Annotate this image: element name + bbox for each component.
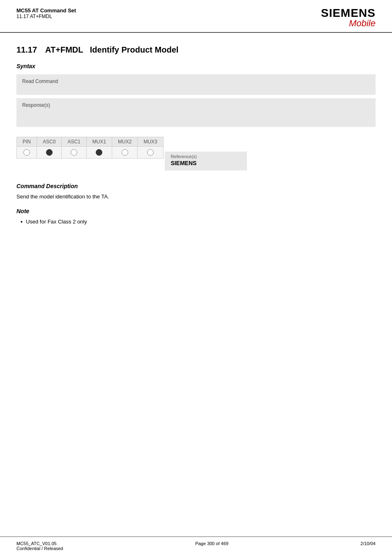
circle-filled-asc0 — [46, 149, 53, 156]
footer-left: MC55_ATC_V01.05 Confidential / Released — [16, 541, 63, 551]
note-item: Used for Fax Class 2 only — [21, 219, 376, 225]
read-command-box: Read Command — [16, 74, 376, 95]
response-box: Response(s) — [16, 98, 376, 127]
cell-asc1 — [62, 147, 86, 159]
page-footer: MC55_ATC_V01.05 Confidential / Released … — [0, 537, 392, 555]
cell-mux1 — [86, 147, 112, 159]
cmd-description-text: Send the model identification to the TA. — [16, 193, 376, 200]
col-asc0: ASC0 — [37, 137, 62, 147]
page-header: MC55 AT Command Set 11.17 AT+FMDL SIEMEN… — [0, 0, 392, 33]
footer-confidentiality: Confidential / Released — [16, 546, 63, 551]
cell-mux3 — [138, 147, 163, 159]
reference-value: SIEMENS — [171, 160, 241, 166]
section-title-text: Identify Product Model — [90, 45, 179, 54]
header-left: MC55 AT Command Set 11.17 AT+FMDL — [16, 7, 76, 19]
pin-table-wrapper: PIN ASC0 ASC1 MUX1 MUX2 MUX3 — [16, 137, 164, 159]
pin-table-header-row: PIN ASC0 ASC1 MUX1 MUX2 MUX3 — [17, 137, 164, 147]
col-pin: PIN — [17, 137, 37, 147]
footer-page: Page 300 of 469 — [195, 541, 228, 546]
note-label: Note — [16, 208, 376, 214]
main-content: 11.17 AT+FMDL Identify Product Model Syn… — [0, 33, 392, 537]
command-name: AT+FMDL — [45, 45, 83, 54]
circle-filled-mux1 — [96, 149, 102, 156]
col-mux1: MUX1 — [86, 137, 112, 147]
logo-mobile: Mobile — [349, 19, 376, 28]
col-asc1: ASC1 — [62, 137, 86, 147]
note-list: Used for Fax Class 2 only — [16, 219, 376, 225]
cell-asc0 — [37, 147, 62, 159]
cell-mux2 — [112, 147, 138, 159]
circle-empty-pin — [23, 149, 30, 156]
note-item-text: Used for Fax Class 2 only — [26, 219, 87, 225]
footer-center: Page 300 of 469 — [195, 541, 228, 551]
header-logo: SIEMENS Mobile — [321, 7, 376, 28]
header-title: MC55 AT Command Set — [16, 7, 76, 14]
header-subtitle: 11.17 AT+FMDL — [16, 14, 76, 19]
footer-doc-id: MC55_ATC_V01.05 — [16, 541, 63, 546]
reference-box: Reference(s) SIEMENS — [165, 152, 247, 170]
circle-empty-asc1 — [71, 149, 77, 156]
pin-table: PIN ASC0 ASC1 MUX1 MUX2 MUX3 — [16, 137, 164, 159]
section-number: 11.17 — [16, 45, 37, 55]
col-mux3: MUX3 — [138, 137, 163, 147]
cell-pin — [17, 147, 37, 159]
syntax-label: Syntax — [16, 63, 376, 69]
response-label: Response(s) — [22, 102, 370, 108]
footer-date: 2/10/04 — [360, 541, 376, 546]
footer-right: 2/10/04 — [360, 541, 376, 551]
logo-siemens: SIEMENS — [321, 7, 376, 19]
read-command-label: Read Command — [22, 78, 370, 84]
section-title: AT+FMDL Identify Product Model — [45, 45, 178, 55]
pin-table-row — [17, 147, 164, 159]
section-heading: 11.17 AT+FMDL Identify Product Model — [16, 45, 376, 55]
cmd-description-label: Command Description — [16, 183, 376, 189]
circle-empty-mux2 — [122, 149, 128, 156]
reference-label: Reference(s) — [171, 154, 241, 159]
circle-empty-mux3 — [147, 149, 154, 156]
page-wrapper: MC55 AT Command Set 11.17 AT+FMDL SIEMEN… — [0, 0, 392, 555]
col-mux2: MUX2 — [112, 137, 138, 147]
